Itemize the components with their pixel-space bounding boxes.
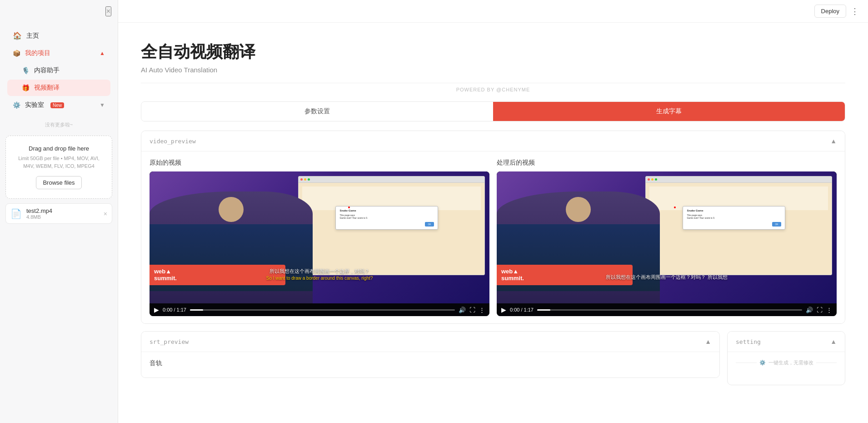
sidebar-item-home[interactable]: 🏠 主页 — [7, 27, 110, 44]
sidebar-item-my-projects[interactable]: 📦 我的项目 ▲ — [7, 45, 110, 61]
original-video-label: 原始的视频 — [150, 159, 489, 167]
tabs-bar: 参数设置 生成字幕 — [141, 101, 845, 121]
no-more-label: 没有更多啦~ — [0, 121, 118, 128]
setting-collapse-chevron: ▲ — [830, 338, 837, 345]
file-size: 4.8MB — [26, 214, 99, 220]
drop-zone[interactable]: Drag and drop file here Limit 50GB per f… — [5, 136, 112, 199]
sidebar: × 🏠 主页 📦 我的项目 ▲ 🎙️ 内容助手 🎁 视频翻译 ⚙️ 实验室 Ne… — [0, 0, 118, 423]
chevron-down-icon: ▼ — [100, 102, 105, 108]
progress-bar[interactable] — [190, 309, 455, 311]
video-preview-title: video_preview — [150, 138, 196, 145]
setting-body: ⚙️ 一键生成，无需修改 — [728, 352, 845, 378]
home-icon: 🏠 — [13, 31, 22, 40]
sidebar-navigation: 🏠 主页 📦 我的项目 ▲ 🎙️ 内容助手 🎁 视频翻译 ⚙️ 实验室 New … — [0, 0, 118, 114]
person-silhouette — [150, 191, 313, 304]
bottom-row: srt_preview ▲ 音轨 setting ▲ ⚙️ 一键生成，无 — [141, 331, 845, 385]
powered-by: POWERED BY @CHENYME — [141, 83, 845, 92]
sidebar-item-video-translate[interactable]: 🎁 视频翻译 — [7, 80, 110, 96]
hint-line-right — [816, 363, 837, 363]
tab-generate-subtitle[interactable]: 生成字幕 — [493, 102, 845, 121]
srt-preview-section: srt_preview ▲ 音轨 — [141, 331, 720, 378]
page-title: 全自动视频翻译 — [141, 41, 845, 63]
video-preview-header[interactable]: video_preview ▲ — [141, 131, 845, 151]
setting-header[interactable]: setting ▲ — [728, 332, 845, 352]
processed-video-col: 处理后的视频 — [497, 159, 837, 316]
browse-files-button[interactable]: Browse files — [36, 176, 81, 189]
srt-preview-header[interactable]: srt_preview ▲ — [141, 332, 719, 352]
video-preview-body: 原始的视频 — [141, 151, 845, 323]
gear-icon: ⚙️ — [759, 360, 766, 366]
processed-video-controls: ▶ 0:00 / 1:17 🔊 ⛶ ⋮ — [497, 303, 837, 316]
hint-line-left — [736, 363, 757, 363]
page-subtitle: AI Auto Video Translation — [141, 66, 845, 74]
processed-progress-fill — [537, 309, 550, 311]
subtitle-overlay: 所以我想在这个画布周围画一个边界，对吗？ So I want to draw a… — [150, 268, 489, 281]
srt-preview-body: 音轨 — [141, 352, 719, 378]
original-video-thumbnail: Snake Game This page saysGame over! Your… — [150, 171, 489, 303]
drop-zone-subtitle: Limit 50GB per file • MP4, MOV, AVI, M4V… — [13, 155, 105, 170]
setting-hint: ⚙️ 一键生成，无需修改 — [736, 359, 837, 366]
processed-play-button[interactable]: ▶ — [501, 306, 506, 313]
file-info: test2.mp4 4.8MB — [26, 207, 99, 220]
file-icon: 📄 — [10, 208, 22, 219]
srt-preview-title: srt_preview — [150, 338, 189, 345]
processed-time-display: 0:00 / 1:17 — [510, 307, 534, 312]
processed-person-silhouette — [497, 191, 660, 304]
processed-video-thumbnail: Snake Game This page saysGame over! Your… — [497, 171, 837, 303]
sidebar-item-lab[interactable]: ⚙️ 实验室 New ▼ — [7, 97, 110, 113]
chevron-up-icon: ▲ — [100, 50, 105, 56]
video-grid: 原始的视频 — [150, 159, 837, 316]
subtitle-zh: 所以我想在这个画布周围画一个边界，对吗？ — [154, 268, 485, 275]
processed-progress-bar[interactable] — [537, 309, 802, 311]
srt-track-label: 音轨 — [150, 359, 711, 368]
gift-icon: 🎁 — [22, 84, 30, 91]
processed-video-more-button[interactable]: ⋮ — [826, 307, 832, 313]
video-collapse-chevron: ▲ — [830, 137, 837, 145]
video-controls: ▶ 0:00 / 1:17 🔊 ⛶ ⋮ — [150, 303, 489, 316]
video-more-button[interactable]: ⋮ — [479, 307, 485, 313]
file-item: 📄 test2.mp4 4.8MB × — [5, 203, 112, 224]
sidebar-item-content-assistant[interactable]: 🎙️ 内容助手 — [7, 62, 110, 79]
setting-panel: setting ▲ ⚙️ 一键生成，无需修改 — [727, 331, 845, 385]
processed-volume-button[interactable]: 🔊 — [806, 307, 813, 313]
video-preview-section: video_preview ▲ 原始的视频 — [141, 131, 845, 324]
more-options-button[interactable]: ⋮ — [851, 6, 859, 16]
original-video-col: 原始的视频 — [150, 159, 489, 316]
processed-fullscreen-button[interactable]: ⛶ — [817, 307, 823, 313]
projects-icon: 📦 — [13, 50, 20, 57]
processed-screen-overlay: Snake Game This page saysGame over! Your… — [645, 176, 832, 275]
srt-collapse-chevron: ▲ — [705, 338, 711, 345]
volume-button[interactable]: 🔊 — [459, 307, 466, 313]
mic-icon: 🎙️ — [22, 67, 30, 74]
drop-zone-title: Drag and drop file here — [13, 145, 105, 152]
main-content: Deploy ⋮ 全自动视频翻译 AI Auto Video Translati… — [118, 0, 868, 423]
top-bar: Deploy ⋮ — [118, 0, 868, 23]
play-button[interactable]: ▶ — [154, 306, 159, 313]
processed-subtitle-zh: 所以我想在这个画布周围画一个边框？对吗？ 所以我想 — [501, 274, 832, 281]
time-display: 0:00 / 1:17 — [163, 307, 186, 312]
original-video-player[interactable]: Snake Game This page saysGame over! Your… — [150, 171, 489, 316]
file-name: test2.mp4 — [26, 207, 99, 214]
processed-subtitle-overlay: 所以我想在这个画布周围画一个边框？对吗？ 所以我想 — [497, 274, 837, 281]
progress-fill — [190, 309, 203, 311]
screen-overlay: Snake Game This page saysGame over! Your… — [298, 176, 485, 275]
processed-video-player[interactable]: Snake Game This page saysGame over! Your… — [497, 171, 837, 316]
deploy-button[interactable]: Deploy — [814, 5, 846, 18]
sidebar-close-button[interactable]: × — [105, 6, 111, 16]
page-content: 全自动视频翻译 AI Auto Video Translation POWERE… — [118, 23, 868, 423]
file-remove-button[interactable]: × — [104, 210, 107, 217]
processed-video-label: 处理后的视频 — [497, 159, 837, 167]
lab-icon: ⚙️ — [13, 101, 20, 109]
tab-settings[interactable]: 参数设置 — [141, 102, 493, 121]
fullscreen-button[interactable]: ⛶ — [469, 307, 475, 313]
subtitle-en: So I want to draw a border around this c… — [154, 276, 485, 281]
new-badge: New — [50, 102, 64, 108]
setting-title: setting — [736, 338, 761, 345]
